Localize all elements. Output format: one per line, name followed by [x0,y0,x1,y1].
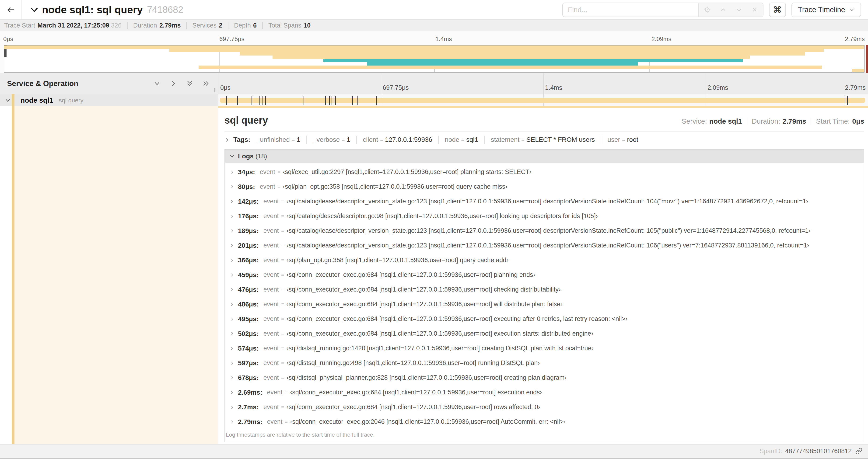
trace-view-select[interactable]: Trace Timeline [792,3,861,17]
link-icon[interactable] [856,448,862,455]
equals-sign: = [281,257,284,263]
chevron-down-icon [229,154,235,159]
logs-accordion: Logs (18) 34μs:event=‹sql/exec_util.go:2… [224,149,864,442]
span-duration-bar[interactable] [220,98,865,103]
next-match-icon[interactable] [736,6,742,13]
divider [306,136,307,144]
back-button[interactable] [0,0,22,19]
equals-sign: = [281,287,284,293]
log-event-value: ‹sql/catalog/lease/descriptor_version_st… [286,242,809,249]
locate-icon[interactable] [704,6,711,13]
timeline-tick-label: 2.09ms [708,84,728,91]
span-detail-left-fill [14,106,218,444]
chevron-right-icon[interactable] [229,214,234,219]
log-tick-mark [335,96,336,105]
log-timestamp: 476μs: [238,286,259,293]
tags-accordion[interactable]: Tags: _unfinished=1_verbose=1client=127.… [224,136,864,144]
chevron-right-icon[interactable] [229,170,234,174]
log-row[interactable]: 201μs:event=‹sql/catalog/lease/descripto… [229,238,864,253]
log-row[interactable]: 486μs:event=‹sql/conn_executor_exec.go:6… [229,297,864,312]
clear-search-icon[interactable] [751,6,758,13]
chevron-right-icon[interactable] [229,185,234,189]
log-row[interactable]: 2.7ms:event=‹sql/conn_executor_exec.go:6… [229,400,864,415]
chevron-right-icon[interactable] [229,331,234,336]
log-tick-mark [325,96,326,105]
log-event-value: ‹sql/conn_executor_exec.go:684 [nsql1,cl… [286,330,593,337]
log-row[interactable]: 495μs:event=‹sql/conn_executor_exec.go:6… [229,312,864,326]
chevron-down-icon[interactable] [5,97,11,103]
timeline-header-row: Service & Operation 0μs [0,73,868,94]
span-row: node sql1 sql query [0,94,868,106]
keyboard-shortcuts-button[interactable]: ⌘ [769,3,786,17]
log-timestamp: 502μs: [238,330,259,337]
chevron-right-icon[interactable] [229,420,234,424]
chevron-right-icon[interactable] [229,287,234,292]
log-tick-mark [358,96,358,105]
chevron-down-icon[interactable] [30,7,38,12]
chevron-right-icon[interactable] [229,199,234,204]
collapse-one-icon[interactable] [154,80,160,87]
trace-timeline-page: node sql1: sql query 7418682 [0,0,868,459]
total-spans-label: Total Spans [268,22,301,29]
equals-sign: = [380,137,383,143]
log-event-value: ‹sql/exec_util.go:2297 [nsql1,client=127… [283,168,531,176]
log-row[interactable]: 597μs:event=‹sql/distsql_running.go:498 … [229,356,864,370]
collapse-all-icon[interactable] [186,80,193,87]
log-row[interactable]: 189μs:event=‹sql/catalog/lease/descripto… [229,223,864,238]
minimap-span-bar [323,59,743,62]
trace-start-ms: .326 [109,22,122,29]
start-time-value: 0μs [852,117,864,125]
chevron-right-icon[interactable] [229,258,234,263]
equals-sign: = [281,301,284,307]
log-row[interactable]: 2.79ms:event=‹sql/conn_executor_exec.go:… [229,415,864,429]
log-row[interactable]: 459μs:event=‹sql/conn_executor_exec.go:6… [229,267,864,282]
log-row[interactable]: 142μs:event=‹sql/catalog/lease/descripto… [229,194,864,209]
chevron-right-icon [224,137,229,142]
find-input[interactable] [563,3,698,17]
chevron-right-icon[interactable] [229,346,234,351]
log-row[interactable]: 476μs:event=‹sql/conn_executor_exec.go:6… [229,282,864,297]
log-row[interactable]: 366μs:event=‹sql/plan_opt.go:358 [nsql1,… [229,253,864,267]
logs-header[interactable]: Logs (18) [225,150,864,163]
log-row[interactable]: 502μs:event=‹sql/conn_executor_exec.go:6… [229,326,864,341]
log-tick-mark [376,96,377,105]
window-bottom-edge [0,458,868,459]
log-timestamp: 495μs: [238,315,259,323]
service-value: node sql1 [709,117,742,125]
span-color-stripe [12,94,14,106]
log-event-value: ‹sql/plan_opt.go:358 [nsql1,client=127.0… [283,183,507,190]
chevron-right-icon[interactable] [229,405,234,409]
minimap-canvas[interactable] [4,45,865,72]
log-row[interactable]: 34μs:event=‹sql/exec_util.go:2297 [nsql1… [229,165,864,179]
column-resizer-handle[interactable] [214,88,216,92]
chevron-right-icon[interactable] [229,317,234,321]
divider [356,136,357,144]
timeline-tick-label: 0μs [220,84,230,91]
log-field-name: event [264,242,279,249]
logs-count: (18) [255,153,267,160]
trace-view-label: Trace Timeline [798,6,845,14]
log-row[interactable]: 176μs:event=‹sql/catalog/descs/descripto… [229,209,864,223]
chevron-right-icon[interactable] [229,243,234,248]
chevron-right-icon[interactable] [229,229,234,233]
log-event-value: ‹sql/conn_executor_exec.go:684 [nsql1,cl… [286,403,540,411]
minimap-tick-label: 2.79ms [845,35,865,43]
expand-one-icon[interactable] [170,80,177,87]
chevron-right-icon[interactable] [229,273,234,277]
log-row[interactable]: 678μs:event=‹sql/distsql_physical_planne… [229,370,864,385]
chevron-right-icon[interactable] [229,375,234,380]
log-row[interactable]: 574μs:event=‹sql/distsql_running.go:1420… [229,341,864,356]
duration-value: 2.79ms [159,22,181,29]
tag-value: 127.0.0.1:59936 [385,136,432,143]
equals-sign: = [461,137,464,143]
prev-match-icon[interactable] [720,6,726,13]
expand-all-icon[interactable] [203,80,210,87]
chevron-right-icon[interactable] [229,302,234,307]
log-row[interactable]: 2.69ms:event=‹sql/conn_executor_exec.go:… [229,385,864,400]
equals-sign: = [277,184,280,190]
chevron-right-icon[interactable] [229,361,234,365]
span-row-name-cell[interactable]: node sql1 sql query [0,94,218,106]
divider [601,136,601,144]
log-row[interactable]: 80μs:event=‹sql/plan_opt.go:358 [nsql1,c… [229,179,864,194]
chevron-right-icon[interactable] [229,390,234,395]
